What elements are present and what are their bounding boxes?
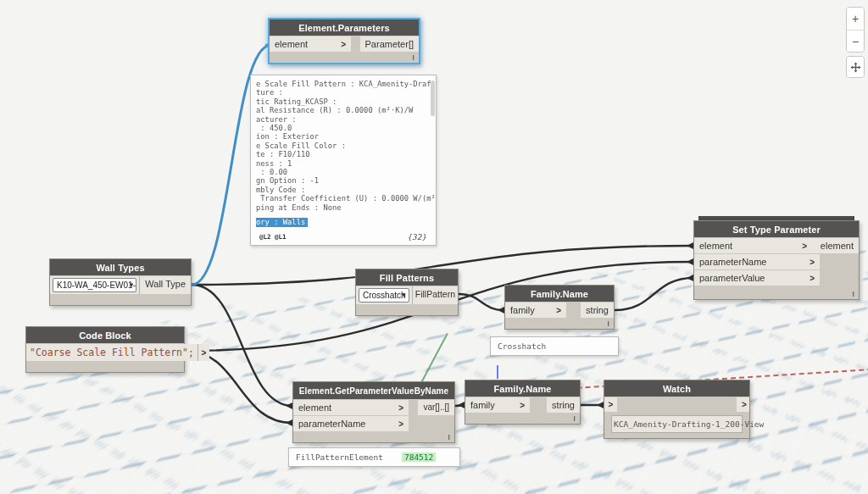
node-family-name-top[interactable]: Family.Name family string I <box>504 285 615 330</box>
lacing-indicator[interactable]: I <box>607 319 609 328</box>
preview-bubble-family-top[interactable]: Crosshatch <box>490 336 619 356</box>
port-out-fillpattern[interactable]: FillPattern <box>412 286 458 304</box>
port-in-family[interactable]: family <box>465 397 530 413</box>
lacing-indicator[interactable]: I <box>412 53 415 62</box>
lacing-indicator[interactable]: I <box>573 414 576 423</box>
port-out-watch[interactable]: > <box>737 397 749 412</box>
selected-list-item: ory : Walls <box>256 218 308 226</box>
port-in-parametervalue[interactable]: parameterValue <box>694 270 820 286</box>
node-element-parameters[interactable]: Element.Parameters element Parameter[] I <box>268 18 420 64</box>
node-title: Family.Name <box>505 286 614 302</box>
node-wall-types[interactable]: Wall Types K10-WA_450-EW01-M3-1 Wall Typ… <box>49 258 192 306</box>
port-out-string[interactable]: string <box>581 303 614 318</box>
lacing-indicator[interactable]: I <box>852 290 854 298</box>
port-in-family[interactable]: family <box>505 303 566 318</box>
zoom-out-button[interactable]: − <box>847 30 864 52</box>
watch-value: KCA_Amenity-Drafting-1_200-View <box>611 415 743 433</box>
port-out-element[interactable]: element <box>812 238 859 253</box>
node-set-type-parameter[interactable]: Set Type Parameter element element param… <box>693 220 860 300</box>
port-in-element[interactable]: element <box>694 238 812 253</box>
pan-button[interactable] <box>846 56 865 78</box>
node-title: Watch <box>604 380 749 397</box>
zoom-in-button[interactable]: + <box>847 8 864 30</box>
node-title: Fill Patterns <box>356 269 458 286</box>
node-family-name-bottom[interactable]: Family.Name family string I <box>465 380 581 425</box>
pan-move-icon <box>850 62 861 73</box>
port-out-walltype[interactable]: Wall Type <box>139 276 191 294</box>
node-title: Code Block <box>26 327 184 343</box>
list-count: {32} <box>408 232 427 241</box>
node-title: Element.GetParameterValueByName <box>293 382 454 399</box>
node-title: Wall Types <box>50 259 191 275</box>
port-in-element[interactable]: element <box>293 400 409 415</box>
canvas[interactable]: Element.Parameters element Parameter[] I… <box>0 0 868 494</box>
node-title: Family.Name <box>465 380 580 397</box>
preview-type-label: FillPatternElement <box>296 452 383 462</box>
levels-label[interactable]: @L2 @L1 <box>259 233 287 241</box>
preview-bubble-parameters[interactable]: e Scale Fill Pattern : KCA_Amenity-Draft… <box>250 75 437 246</box>
wire-codeblock-getparam-parametername[interactable] <box>185 351 292 423</box>
port-in-element[interactable]: element <box>270 36 351 52</box>
fill-pattern-dropdown[interactable]: Crosshatch <box>359 288 409 303</box>
port-in-parametername[interactable]: parameterName <box>694 254 820 269</box>
node-fill-patterns[interactable]: Fill Patterns Crosshatch FillPattern <box>355 269 459 316</box>
wall-type-dropdown[interactable]: K10-WA_450-EW01-M3-1 <box>53 278 136 292</box>
preview-id-value: 784512 <box>402 452 436 462</box>
zoom-controls: + − <box>846 7 865 53</box>
port-out-string[interactable]: string <box>547 397 580 413</box>
node-title: Set Type Parameter <box>694 221 859 237</box>
port-out-var[interactable]: var[]..[] <box>418 400 454 415</box>
node-get-parameter-value[interactable]: Element.GetParameterValueByName element … <box>292 381 455 443</box>
lacing-indicator[interactable]: I <box>448 433 450 441</box>
port-in-watch[interactable]: > <box>604 397 617 412</box>
port-in-parametername[interactable]: parameterName <box>293 416 409 431</box>
port-out-code[interactable]: > <box>198 344 209 361</box>
node-code-block[interactable]: Code Block "Coarse Scale Fill Pattern"; … <box>25 326 185 373</box>
node-watch[interactable]: Watch > > KCA_Amenity-Drafting-1_200-Vie… <box>604 380 750 439</box>
preview-bubble-get-parameter[interactable]: FillPatternElement784512 <box>288 447 460 467</box>
wire-familyname-settype-parametervalue[interactable] <box>615 278 693 310</box>
port-out-parameter[interactable]: Parameter[] <box>360 36 419 52</box>
node-title: Element.Parameters <box>270 19 419 36</box>
scrollbar-thumb[interactable] <box>431 80 435 116</box>
code-block-text[interactable]: "Coarse Scale Fill Pattern"; <box>26 344 198 361</box>
